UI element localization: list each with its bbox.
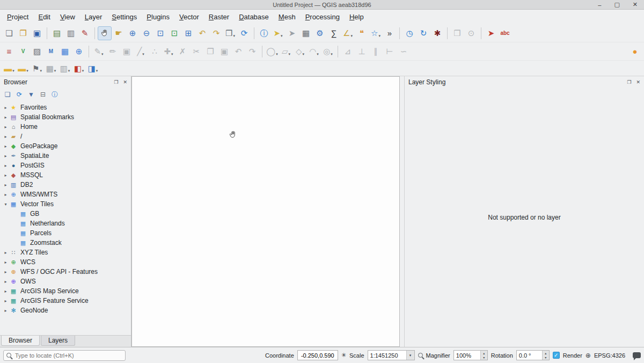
select-features-button[interactable]: ➤▾ <box>271 26 285 40</box>
tree-item-wcs[interactable]: ▸⊕WCS <box>0 257 131 267</box>
tree-item-arcgis-map-service[interactable]: ▸▦ArcGIS Map Service <box>0 286 131 296</box>
menu-processing[interactable]: Processing <box>301 11 345 23</box>
rotation-spinbox[interactable]: 0.0 ° ▴ ▾ <box>516 350 550 360</box>
expander-icon[interactable]: ▸ <box>2 250 9 255</box>
tree-item-gb[interactable]: ▦GB <box>0 209 131 219</box>
digitize-with-segment-button[interactable]: ╱▾ <box>134 45 148 59</box>
menu-database[interactable]: Database <box>234 11 274 23</box>
vertex-tool-button[interactable]: ✚▾ <box>162 45 175 59</box>
menu-raster[interactable]: Raster <box>204 11 234 23</box>
extents-icon[interactable]: ✳ <box>341 352 346 359</box>
close-button[interactable]: ✕ <box>633 1 638 8</box>
digitize-circle-dropdown-icon[interactable]: ▾ <box>276 52 278 58</box>
measure-button[interactable]: ∠▾ <box>341 26 355 40</box>
undo-button[interactable]: ↶ <box>231 45 245 59</box>
tree-item-arcgis-feature-service[interactable]: ▸▦ArcGIS Feature Service <box>0 296 131 306</box>
layer-labeling-options-button[interactable]: ▬▾ <box>2 61 16 75</box>
coordinate-input[interactable] <box>297 350 338 360</box>
expander-icon[interactable]: ▸ <box>2 270 9 274</box>
expander-icon[interactable]: ▸ <box>2 308 9 313</box>
current-edits-button[interactable]: ✎▾ <box>92 45 106 59</box>
identify-features-button[interactable]: ⓘ <box>257 26 271 40</box>
pan-to-selection-button[interactable]: ☛ <box>112 26 126 40</box>
layer-diagram-options-button[interactable]: ▬▾ <box>16 61 30 75</box>
menu-settings[interactable]: Settings <box>107 11 142 23</box>
temporal-controller-button[interactable]: ◷ <box>402 26 416 40</box>
perpendicular-constraint-button[interactable]: ⊢ <box>383 45 397 59</box>
tab-layers[interactable]: Layers <box>41 336 75 346</box>
expander-icon[interactable]: ▸ <box>2 183 9 187</box>
add-selected-layers-button[interactable]: ❏ <box>2 89 13 100</box>
expander-icon[interactable]: ▸ <box>2 260 9 265</box>
move-label-button[interactable]: ➤ <box>484 26 498 40</box>
digitize-curve-button[interactable]: ◠▾ <box>307 45 321 59</box>
change-label-properties-dropdown-icon[interactable]: ▾ <box>96 69 98 75</box>
expander-icon[interactable]: ▸ <box>2 163 9 168</box>
construction-mode-button[interactable]: ⊥ <box>355 45 369 59</box>
render-checkbox[interactable]: ✓ <box>553 352 560 359</box>
save-edits-button[interactable]: ▣ <box>120 45 134 59</box>
tree-item-wms-wmts[interactable]: ▸⊕WMS/WMTS <box>0 190 131 199</box>
collapse-all-button[interactable]: ⊟ <box>38 89 48 100</box>
float-panel-icon[interactable]: ❐ <box>114 79 118 85</box>
move-label-diagram-dropdown-icon[interactable]: ▾ <box>82 69 84 75</box>
digitize-with-segment-dropdown-icon[interactable]: ▾ <box>142 52 144 58</box>
menu-edit[interactable]: Edit <box>33 11 55 23</box>
expander-icon[interactable]: ▸ <box>2 125 9 129</box>
zoom-native-button[interactable]: ⊙ <box>464 26 478 40</box>
pan-map-button[interactable] <box>98 26 112 40</box>
new-project-button[interactable]: ❏ <box>2 26 16 40</box>
copy-features-button[interactable]: ❐ <box>203 45 217 59</box>
tree-item-xyz-tiles[interactable]: ▸∷XYZ Tiles <box>0 248 131 257</box>
tree-item-mssql[interactable]: ▸◆MSSQL <box>0 170 131 180</box>
minimize-button[interactable]: – <box>598 2 601 8</box>
layer-diagram-options-dropdown-icon[interactable]: ▾ <box>26 69 28 75</box>
float-panel-icon[interactable]: ❐ <box>627 79 631 85</box>
new-map-view-button[interactable]: ❒▾ <box>223 26 237 40</box>
expander-icon[interactable]: ▾ <box>2 202 9 207</box>
tree-item-root[interactable]: ▸▰/ <box>0 132 131 141</box>
toolbar-overflow-button[interactable]: » <box>383 26 397 40</box>
digitize-regular-polygon-dropdown-icon[interactable]: ▾ <box>303 52 305 58</box>
expander-icon[interactable]: ▸ <box>2 279 9 284</box>
expander-icon[interactable]: ▸ <box>2 115 9 120</box>
change-label-properties-button[interactable]: ◨▾ <box>86 61 100 75</box>
show-hide-labels-dropdown-icon[interactable]: ▾ <box>68 69 70 75</box>
zoom-out-button[interactable]: ⊖ <box>140 26 153 40</box>
close-panel-icon[interactable]: ✕ <box>123 79 127 85</box>
tree-item-ows[interactable]: ▸⊕OWS <box>0 277 131 286</box>
digitize-rectangle-button[interactable]: ▱▾ <box>279 45 293 59</box>
menu-help[interactable]: Help <box>345 11 369 23</box>
tree-item-spatial-bookmarks[interactable]: ▸▤Spatial Bookmarks <box>0 112 131 122</box>
menu-mesh[interactable]: Mesh <box>274 11 301 23</box>
select-features-dropdown-icon[interactable]: ▾ <box>281 34 283 40</box>
magnifier-spinbox[interactable]: 100% ▴ ▾ <box>453 350 488 360</box>
menu-project[interactable]: Project <box>2 11 33 23</box>
zoom-to-selection-button[interactable]: ⊡ <box>167 26 181 40</box>
open-attribute-table-button[interactable]: ▦ <box>299 26 313 40</box>
scale-combo[interactable]: 1:1451250 ▾ <box>368 350 415 360</box>
digitize-annulus-dropdown-icon[interactable]: ▾ <box>331 52 333 58</box>
map-tips-button[interactable]: ❝ <box>355 26 369 40</box>
tree-item-spatialite[interactable]: ▸✒SpatiaLite <box>0 151 131 161</box>
report-bug-button[interactable]: ✱ <box>430 26 444 40</box>
layout-manager-button[interactable]: ▥ <box>64 26 78 40</box>
data-source-manager-button[interactable]: ≡ <box>2 45 16 59</box>
label-properties-button[interactable]: abc <box>498 26 512 40</box>
menu-vector[interactable]: Vector <box>174 11 204 23</box>
tree-item-geonode[interactable]: ▸✻GeoNode <box>0 306 131 315</box>
spin-up-icon[interactable]: ▴ <box>543 351 549 355</box>
spin-down-icon[interactable]: ▾ <box>481 355 487 360</box>
tab-browser[interactable]: Browser <box>1 336 40 346</box>
tree-item-postgis[interactable]: ▸●PostGIS <box>0 161 131 170</box>
expander-icon[interactable]: ▸ <box>2 299 9 303</box>
menu-plugins[interactable]: Plugins <box>142 11 174 23</box>
style-manager-button[interactable]: ✎ <box>78 26 92 40</box>
zoom-last-button[interactable]: ↶ <box>195 26 209 40</box>
expander-icon[interactable]: ▸ <box>2 289 9 294</box>
enable-advanced-digitizing-button[interactable]: ⊿ <box>341 45 355 59</box>
refresh-browser-button[interactable]: ⟳ <box>14 89 25 100</box>
new-print-layout-button[interactable]: ▤ <box>50 26 64 40</box>
add-wms-layer-button[interactable]: ⊕ <box>72 45 86 59</box>
save-project-button[interactable]: ▣ <box>30 26 44 40</box>
